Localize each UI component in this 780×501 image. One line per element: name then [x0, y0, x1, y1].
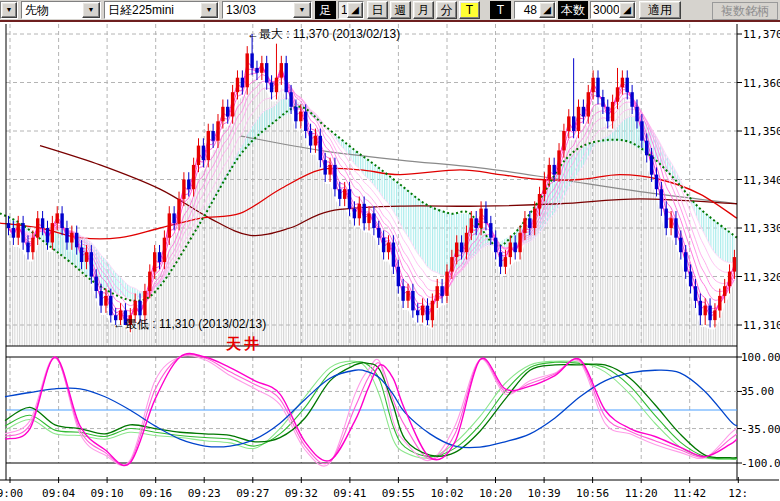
tick-size-stepper[interactable]: 48 ◢ [514, 1, 556, 19]
bar-interval-value: 1 [339, 2, 347, 18]
instrument-combo[interactable]: 日経225mini ▼ [104, 1, 219, 19]
svg-text:10:39: 10:39 [528, 487, 561, 500]
chart-canvas: 11,37011,36011,35011,34011,33011,32011,3… [0, 22, 780, 501]
svg-text:09:27: 09:27 [236, 487, 269, 500]
stepper-corner-icon[interactable]: ◢ [347, 2, 363, 18]
svg-text:35.00: 35.00 [741, 385, 774, 398]
dropdown-arrow-icon[interactable]: ▼ [82, 2, 100, 18]
svg-text:10:56: 10:56 [576, 487, 609, 500]
period-week-button[interactable]: 週 [390, 1, 411, 19]
contract-month-value: 13/03 [223, 2, 293, 18]
svg-text:09:23: 09:23 [188, 487, 221, 500]
oscillator-panel [5, 353, 737, 466]
bar-type-label: 足 [315, 1, 336, 19]
svg-text:11,330: 11,330 [743, 222, 780, 235]
period-minute-button[interactable]: 分 [436, 1, 457, 19]
svg-text:11,370: 11,370 [743, 28, 780, 41]
period-tick-button[interactable]: T [459, 1, 480, 19]
svg-text:11,320: 11,320 [743, 271, 780, 284]
svg-text:11,350: 11,350 [743, 125, 780, 138]
under-price-hatch [9, 77, 735, 346]
svg-text:9:00: 9:00 [0, 487, 23, 500]
chart-area: 11,37011,36011,35011,34011,33011,32011,3… [0, 22, 780, 501]
svg-text:11,310: 11,310 [743, 319, 780, 332]
multi-symbol-button[interactable]: 複数銘柄 [712, 2, 778, 20]
svg-text:09:04: 09:04 [42, 487, 75, 500]
bar-interval-stepper[interactable]: 1 ◢ [338, 1, 364, 19]
svg-text:10:02: 10:02 [430, 487, 463, 500]
stepper-corner-icon[interactable]: ◢ [619, 2, 635, 18]
svg-text:11,360: 11,360 [743, 77, 780, 90]
toolbar: ▼ 先物 ▼ 日経225mini ▼ 13/03 ▼ 足 1 ◢ 日 週 月 分… [0, 0, 780, 22]
contract-month-combo[interactable]: 13/03 ▼ [222, 1, 312, 19]
svg-text:09:55: 09:55 [382, 487, 415, 500]
svg-text:11,340: 11,340 [743, 174, 780, 187]
svg-text:-35.00: -35.00 [741, 423, 780, 436]
annotation-min-price: ←最低 : 11,310 (2013/02/13) [113, 316, 266, 333]
tick-size-value: 48 [515, 2, 539, 18]
bar-count-value: 3000 [591, 2, 619, 18]
period-day-button[interactable]: 日 [367, 1, 388, 19]
svg-text:11:42: 11:42 [673, 487, 706, 500]
market-combo[interactable]: 先物 ▼ [21, 1, 101, 19]
dropdown-arrow-icon[interactable]: ▼ [293, 2, 311, 18]
svg-text:09:32: 09:32 [285, 487, 318, 500]
dropdown-arrow-icon[interactable]: ▼ [200, 2, 218, 18]
annotation-max-price: ←最大 : 11,370 (2013/02/13) [247, 26, 400, 43]
stepper-corner-icon[interactable]: ◢ [539, 2, 555, 18]
market-combo-value: 先物 [22, 2, 82, 18]
svg-text:-100.00: -100.00 [741, 457, 780, 470]
svg-text:11:20: 11:20 [625, 487, 658, 500]
bar-count-label: 本数 [558, 1, 588, 19]
svg-text:10:20: 10:20 [479, 487, 512, 500]
svg-text:12:: 12: [728, 487, 748, 500]
symbol-combo-clipped[interactable]: ▼ [0, 1, 18, 19]
apply-button[interactable]: 適用 [639, 1, 681, 19]
svg-text:09:16: 09:16 [139, 487, 172, 500]
bar-count-stepper[interactable]: 3000 ◢ [590, 1, 636, 19]
svg-text:100.00: 100.00 [741, 351, 780, 364]
svg-text:09:41: 09:41 [333, 487, 366, 500]
annotation-ceiling: 天井 [226, 335, 262, 354]
instrument-combo-value: 日経225mini [105, 2, 200, 18]
svg-text:09:10: 09:10 [91, 487, 124, 500]
dropdown-arrow-icon[interactable]: ▼ [1, 2, 17, 18]
period-month-button[interactable]: 月 [413, 1, 434, 19]
tick-size-label: T [490, 1, 511, 19]
